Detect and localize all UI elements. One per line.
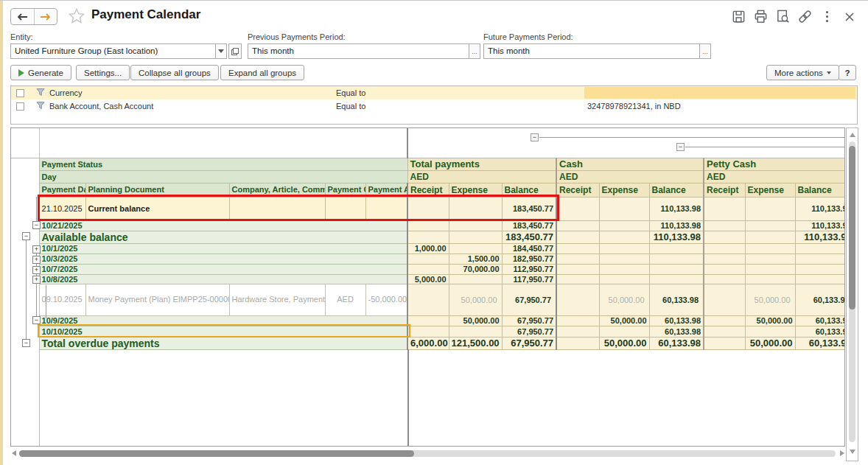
scroll-down-icon[interactable] — [850, 450, 855, 454]
filter-row-currency[interactable]: Currency Equal to — [11, 86, 857, 99]
grid-cell[interactable] — [795, 264, 845, 274]
link-icon[interactable] — [797, 8, 813, 25]
grid-cell[interactable] — [649, 264, 704, 274]
grid-row[interactable]: 21.10.2025Current balance183,450.77110,1… — [11, 197, 845, 220]
collapse-group-icon[interactable]: − — [22, 232, 30, 240]
grid-cell[interactable] — [325, 197, 365, 220]
grid-cell[interactable]: 60,133.98 — [649, 337, 704, 349]
grid-cell[interactable]: 5,000.00 — [407, 274, 449, 284]
grid-cell[interactable]: 50,000.00 — [745, 315, 795, 326]
grid-cell[interactable]: 184,450.77 — [502, 243, 556, 254]
grid-cell[interactable] — [407, 315, 449, 326]
grid-cell[interactable] — [599, 243, 649, 254]
grid-cell[interactable] — [556, 326, 599, 337]
entity-input[interactable]: United Furniture Group (East location) — [10, 43, 216, 59]
expand-group-icon[interactable]: + — [32, 256, 41, 264]
forward-button[interactable] — [34, 9, 57, 24]
more-menu-icon[interactable] — [819, 8, 836, 25]
grid-cell[interactable]: 110,133.98 — [649, 220, 704, 231]
grid-cell[interactable]: 6,000.00 — [407, 337, 449, 349]
grid-cell[interactable]: 67,950.77 — [502, 284, 556, 315]
grid-cell[interactable]: 50,000.00 — [745, 284, 795, 315]
grid-cell[interactable] — [704, 231, 745, 243]
payment-calendar-grid[interactable]: Payment StatusTotal paymentsCashPetty Ca… — [10, 127, 845, 447]
grid-cell[interactable] — [795, 274, 845, 284]
grid-cell[interactable] — [365, 197, 407, 220]
grid-cell[interactable] — [556, 264, 599, 274]
grid-cell[interactable]: 1,500.00 — [449, 254, 502, 264]
grid-cell[interactable]: 60,133.98 — [649, 284, 704, 315]
scroll-right-icon[interactable] — [840, 450, 844, 456]
save-icon[interactable] — [730, 8, 747, 25]
grid-cell[interactable] — [407, 197, 449, 220]
grid-cell[interactable]: 110,133.98 — [795, 197, 845, 220]
filter-checkbox[interactable] — [16, 102, 24, 111]
grid-cell[interactable]: 183,450.77 — [502, 220, 556, 231]
grid-cell[interactable] — [704, 326, 745, 337]
grid-cell[interactable]: 60,133.98 — [795, 326, 845, 337]
grid-cell[interactable] — [704, 197, 745, 220]
grid-row[interactable]: 10/10/202567,950.7760,133.9860,133.98 — [11, 326, 845, 337]
grid-cell[interactable] — [704, 264, 745, 274]
grid-cell[interactable] — [556, 315, 599, 326]
grid-cell[interactable] — [745, 231, 795, 243]
grid-cell[interactable] — [704, 284, 745, 315]
entity-dropdown-button[interactable] — [215, 43, 227, 59]
entity-open-button[interactable] — [228, 43, 242, 59]
grid-cell[interactable] — [407, 284, 449, 315]
grid-cell[interactable] — [704, 274, 745, 284]
grid-cell[interactable] — [649, 254, 704, 264]
settings-button[interactable]: Settings... — [76, 65, 130, 80]
grid-cell[interactable] — [407, 264, 449, 274]
section-row-label[interactable]: Total overdue payments — [39, 337, 407, 349]
grid-cell[interactable]: 121,500.00 — [449, 337, 502, 349]
grid-cell[interactable] — [745, 197, 795, 220]
grid-cell[interactable] — [704, 337, 745, 349]
grid-cell[interactable] — [649, 274, 704, 284]
collapse-all-groups-button[interactable]: Collapse all groups — [130, 65, 219, 80]
expand-group-icon[interactable]: + — [32, 276, 41, 284]
grid-cell[interactable] — [745, 264, 795, 274]
favorite-star-icon[interactable] — [68, 7, 85, 25]
grid-row[interactable]: 10/21/2025183,450.77110,133.98110,133.98 — [11, 220, 845, 231]
grid-cell[interactable]: 50,000.00 — [599, 315, 649, 326]
expand-group-icon[interactable]: + — [32, 266, 41, 274]
grid-cell[interactable] — [704, 220, 745, 231]
grid-cell[interactable] — [556, 337, 599, 349]
grid-cell[interactable]: 60,133.98 — [649, 315, 704, 326]
grid-cell[interactable]: 67,950.77 — [502, 326, 556, 337]
generate-button[interactable]: Generate — [10, 65, 71, 80]
date-group-label[interactable]: 10/1/2025 — [39, 243, 407, 254]
expand-group-icon[interactable]: + — [32, 245, 41, 254]
grid-cell[interactable] — [599, 220, 649, 231]
grid-cell[interactable] — [556, 220, 599, 231]
future-period-input[interactable]: This month — [483, 43, 700, 59]
grid-cell[interactable]: 110,133.98 — [649, 197, 704, 220]
date-group-label[interactable]: 10/9/2025 — [39, 315, 407, 326]
grid-cell[interactable] — [704, 254, 745, 264]
scrollbar-thumb[interactable] — [19, 450, 414, 457]
grid-cell[interactable] — [407, 254, 449, 264]
grid-cell[interactable] — [745, 326, 795, 337]
filter-row-bank-account[interactable]: Bank Account, Cash Account Equal to 3247… — [11, 99, 857, 113]
grid-cell[interactable] — [795, 243, 845, 254]
grid-cell[interactable] — [556, 274, 599, 284]
grid-cell[interactable] — [599, 274, 649, 284]
grid-cell[interactable]: 110,133.98 — [795, 220, 845, 231]
grid-cell[interactable] — [556, 284, 599, 315]
grid-cell[interactable]: 112,950.77 — [502, 264, 556, 274]
section-row-label[interactable]: Available balance — [39, 231, 407, 243]
grid-row[interactable]: 10/1/20251,000.00184,450.77 — [11, 243, 845, 254]
grid-row[interactable]: 10/3/20251,500.00182,950.77 — [11, 254, 845, 264]
grid-cell[interactable] — [449, 197, 502, 220]
vertical-scrollbar[interactable] — [846, 127, 858, 461]
grid-cell[interactable] — [745, 274, 795, 284]
grid-cell[interactable]: 50,000.00 — [599, 337, 649, 349]
print-icon[interactable] — [752, 8, 769, 25]
grid-cell[interactable]: 60,133.98 — [795, 315, 845, 326]
grid-cell[interactable] — [704, 243, 745, 254]
more-actions-button[interactable]: More actions — [766, 65, 839, 80]
grid-row[interactable]: 10/7/202570,000.00112,950.77 — [11, 264, 845, 274]
grid-cell[interactable]: 183,450.77 — [502, 197, 556, 220]
grid-cell[interactable]: 50,000.00 — [599, 284, 649, 315]
